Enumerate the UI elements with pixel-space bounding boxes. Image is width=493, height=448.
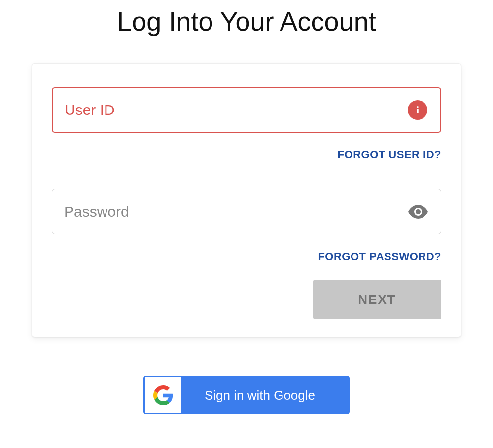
login-card: i FORGOT USER ID? FORGOT PASSWORD? NEXT [32,63,461,337]
password-input[interactable] [64,203,408,220]
user-id-input[interactable] [65,102,408,118]
next-row: NEXT [52,280,441,319]
google-sign-in-label: Sign in with Google [182,388,349,403]
user-id-field-wrapper: i [52,87,441,133]
info-icon: i [408,100,427,120]
google-icon [153,385,173,405]
google-icon-wrap [145,377,181,413]
google-sign-in-button[interactable]: Sign in with Google [143,376,350,414]
next-button[interactable]: NEXT [313,280,441,319]
forgot-user-id-link[interactable]: FORGOT USER ID? [338,149,441,161]
password-field-wrapper [52,189,441,234]
forgot-user-id-row: FORGOT USER ID? [52,149,441,161]
forgot-password-row: FORGOT PASSWORD? [52,250,441,263]
user-id-error-icon[interactable]: i [408,100,427,120]
eye-icon [408,205,428,219]
page-title: Log Into Your Account [117,6,376,37]
forgot-password-link[interactable]: FORGOT PASSWORD? [318,250,441,263]
svg-point-1 [416,209,421,214]
toggle-password-visibility[interactable] [408,205,428,219]
